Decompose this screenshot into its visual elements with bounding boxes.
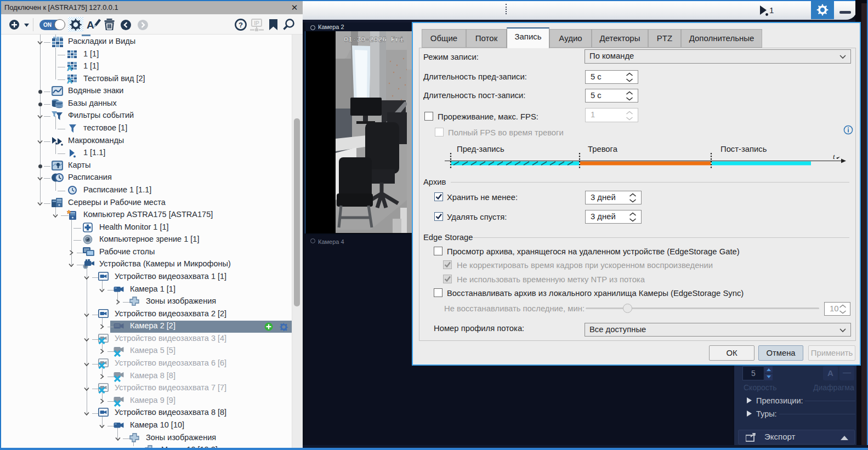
svg-text:01-30-2026 Fri: 01-30-2026 Fri	[344, 36, 404, 44]
svg-text:t: t	[833, 152, 835, 161]
